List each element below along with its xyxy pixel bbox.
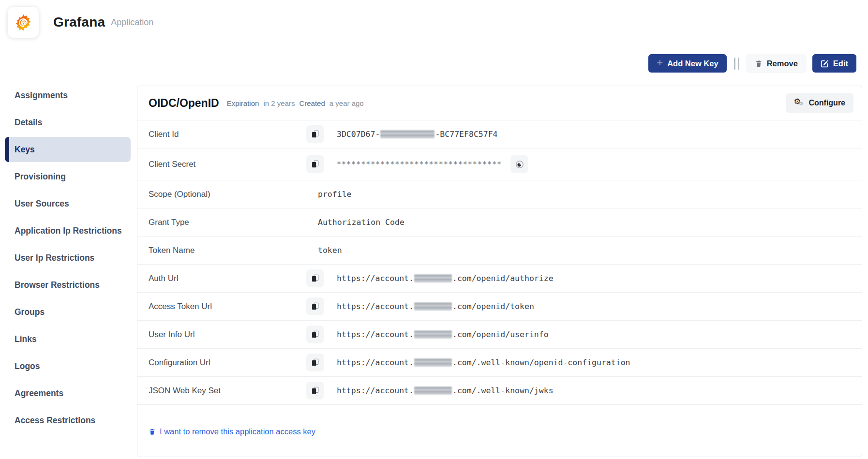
user-info-url-label: User Info Url <box>137 330 306 340</box>
copy-icon[interactable] <box>306 297 324 315</box>
sidebar-item-details[interactable]: Details <box>5 109 131 136</box>
sidebar-item-user-sources[interactable]: User Sources <box>5 190 131 217</box>
edit-icon <box>821 59 829 68</box>
sidebar-item-agreements[interactable]: Agreements <box>5 380 131 407</box>
client-secret-masked-value: ********************************** <box>337 160 502 169</box>
sidebar-item-application-ip-restrictions[interactable]: Application Ip Restrictions <box>5 217 131 244</box>
remove-label: Remove <box>767 59 798 68</box>
remove-button[interactable]: Remove <box>747 54 806 73</box>
copy-icon[interactable] <box>306 269 324 287</box>
redacted-segment <box>414 358 452 367</box>
token-name-label: Token Name <box>137 246 306 255</box>
user-info-url-value: https://account..com/openid/userinfo <box>337 330 549 339</box>
grafana-logo-icon <box>13 12 33 32</box>
configuration-url-label: Configuration Url <box>137 358 306 368</box>
row-auth-url: Auth Url https://account..com/openid/aut… <box>137 265 862 293</box>
row-access-token-url: Access Token Url https://account..com/op… <box>137 293 862 321</box>
page-subtitle: Application <box>111 17 153 28</box>
row-client-id: Client Id 3DC07D67--BC77EF8C57F4 <box>137 120 862 148</box>
scope-value: profile <box>306 190 352 199</box>
sidebar-item-access-restrictions[interactable]: Access Restrictions <box>5 407 131 434</box>
access-token-url-value: https://account..com/openid/token <box>337 302 534 311</box>
redacted-segment <box>380 130 434 138</box>
access-token-url-label: Access Token Url <box>137 302 306 311</box>
expiration-label: Expiration <box>227 99 259 107</box>
sidebar-item-logos[interactable]: Logos <box>5 353 131 380</box>
copy-icon[interactable] <box>306 354 324 371</box>
plus-icon: + <box>657 58 663 68</box>
card-header: OIDC/OpenID Expiration in 2 years Create… <box>137 86 862 120</box>
trash-icon <box>755 59 763 68</box>
jwks-label: JSON Web Key Set <box>137 386 306 396</box>
edit-button[interactable]: Edit <box>812 54 856 73</box>
copy-icon[interactable] <box>306 155 324 173</box>
configuration-url-value: https://account..com/.well-known/openid-… <box>337 358 630 367</box>
key-meta: Expiration in 2 years Created a year ago <box>227 99 364 107</box>
grafana-logo-card <box>8 7 39 38</box>
row-configuration-url: Configuration Url https://account..com/.… <box>137 349 862 377</box>
row-token-name: Token Name token <box>137 237 862 265</box>
copy-icon[interactable] <box>306 382 324 400</box>
card-footer: I want to remove this application access… <box>137 405 862 438</box>
auth-url-label: Auth Url <box>137 274 306 283</box>
row-grant-type: Grant Type Authorization Code <box>137 208 862 237</box>
row-scope: Scope (Optional) profile <box>137 180 862 208</box>
copy-icon[interactable] <box>306 326 324 343</box>
sidebar-item-links[interactable]: Links <box>5 326 131 353</box>
key-detail-card: OIDC/OpenID Expiration in 2 years Create… <box>137 86 862 457</box>
client-secret-label: Client Secret <box>137 160 306 169</box>
row-user-info-url: User Info Url https://account..com/openi… <box>137 321 862 349</box>
trash-icon <box>149 428 156 436</box>
auth-url-value: https://account..com/openid/authorize <box>337 274 554 283</box>
sidebar-item-user-ip-restrictions[interactable]: User Ip Restrictions <box>5 244 131 271</box>
eye-icon[interactable] <box>510 155 528 173</box>
created-label: Created <box>299 99 325 107</box>
app-header: Grafana Application <box>8 7 153 38</box>
redacted-segment <box>414 330 452 339</box>
page-title: Grafana <box>53 15 105 30</box>
client-id-value: 3DC07D67--BC77EF8C57F4 <box>337 130 498 139</box>
created-value: a year ago <box>329 99 364 107</box>
client-id-label: Client Id <box>137 130 306 139</box>
add-new-key-button[interactable]: + Add New Key <box>648 54 726 73</box>
sidebar-item-provisioning[interactable]: Provisioning <box>5 163 131 190</box>
redacted-segment <box>414 274 452 282</box>
redacted-segment <box>414 386 452 395</box>
gears-icon: ⚙⚙ <box>794 98 804 108</box>
expiration-value: in 2 years <box>263 99 295 107</box>
token-name-value: token <box>306 246 342 255</box>
add-new-key-label: Add New Key <box>667 59 718 68</box>
sidebar-item-assignments[interactable]: Assignments <box>5 82 131 109</box>
remove-access-key-link[interactable]: I want to remove this application access… <box>149 427 315 436</box>
edit-label: Edit <box>833 59 848 68</box>
grant-type-label: Grant Type <box>137 218 306 227</box>
key-title: OIDC/OpenID <box>149 97 219 110</box>
sidebar-item-keys[interactable]: Keys <box>5 137 131 162</box>
configure-button[interactable]: ⚙⚙ Configure <box>786 93 853 113</box>
sidebar-item-browser-restrictions[interactable]: Browser Restrictions <box>5 271 131 298</box>
sidebar: Assignments Details Keys Provisioning Us… <box>5 82 131 434</box>
toolbar: + Add New Key Remove Edit <box>648 54 856 73</box>
grant-type-value: Authorization Code <box>306 218 404 227</box>
remove-access-key-label: I want to remove this application access… <box>160 427 315 436</box>
copy-icon[interactable] <box>306 125 324 143</box>
row-client-secret: Client Secret **************************… <box>137 148 862 180</box>
row-json-web-key-set: JSON Web Key Set https://account..com/.w… <box>137 377 862 405</box>
scope-label: Scope (Optional) <box>137 190 306 199</box>
configure-label: Configure <box>808 99 845 107</box>
jwks-value: https://account..com/.well-known/jwks <box>337 386 554 395</box>
sidebar-item-groups[interactable]: Groups <box>5 298 131 326</box>
toolbar-divider <box>734 58 739 70</box>
redacted-segment <box>414 302 452 311</box>
